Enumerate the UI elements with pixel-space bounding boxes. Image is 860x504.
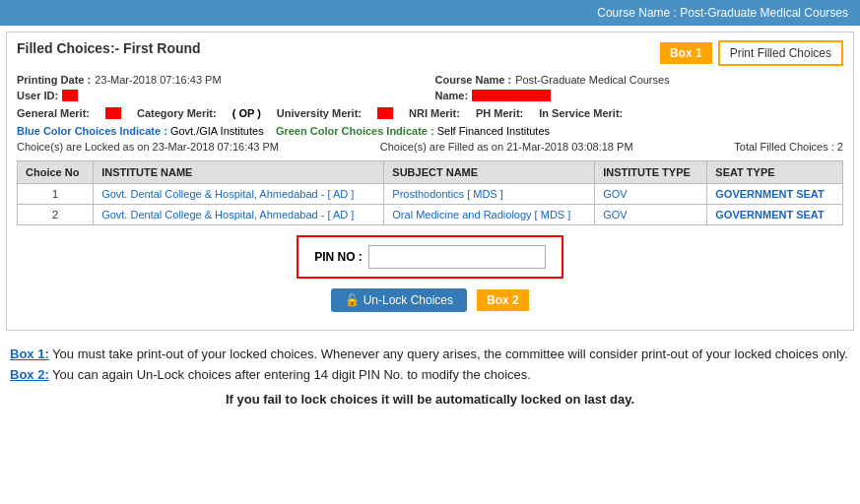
cell-choice-no: 1: [18, 184, 94, 205]
user-id-row: User ID:: [17, 90, 426, 101]
pin-row: PIN NO :: [297, 235, 563, 279]
course-name-value: Post-Graduate Medical Courses: [515, 74, 670, 86]
filled-as-of: Choice(s) are Filled as on 21-Mar-2018 0…: [380, 141, 633, 153]
info-grid: Printing Date : 23-Mar-2018 07:16:43 PM …: [17, 74, 843, 101]
table-row: 2Govt. Dental College & Hospital, Ahmeda…: [18, 205, 843, 225]
blue-legend-value: Govt./GIA Institutes: [170, 125, 264, 137]
cell-subject-name: Oral Medicine and Radiology [ MDS ]: [384, 205, 595, 225]
table-header-row: Choice No INSTITUTE NAME SUBJECT NAME IN…: [18, 161, 843, 184]
name-redacted: [472, 90, 551, 101]
col-subject-name: SUBJECT NAME: [384, 161, 595, 184]
cell-seat-type: GOVERNMENT SEAT: [707, 205, 843, 225]
table-row: 1Govt. Dental College & Hospital, Ahmeda…: [18, 184, 843, 205]
top-bar: Course Name : Post-Graduate Medical Cour…: [0, 0, 860, 26]
in-service-merit-label: In Service Merit:: [539, 107, 623, 119]
blue-legend-label: Blue Color Choices Indicate :: [17, 125, 167, 137]
box1-instruction-text: You must take print-out of your locked c…: [49, 346, 848, 361]
pin-input[interactable]: [368, 245, 546, 269]
legend-row: Blue Color Choices Indicate : Govt./GIA …: [17, 125, 843, 137]
pin-unlock-area: 🔓 Un-Lock Choices Box 2: [331, 288, 528, 312]
filled-choices-title: Filled Choices:- First Round: [17, 40, 201, 56]
printing-date-row: Printing Date : 23-Mar-2018 07:16:43 PM: [17, 74, 426, 86]
university-merit-label: University Merit:: [277, 107, 362, 119]
user-id-redacted: [62, 90, 78, 101]
merit-row: General Merit: Category Merit: ( OP ) Un…: [17, 107, 843, 119]
main-panel: Filled Choices:- First Round Box 1 Print…: [6, 32, 854, 331]
user-id-label: User ID:: [17, 90, 58, 101]
instruction-box1: Box 1: You must take print-out of your l…: [10, 345, 850, 365]
pin-area: PIN NO : 🔓 Un-Lock Choices Box 2: [17, 235, 843, 312]
cell-institute-name: Govt. Dental College & Hospital, Ahmedab…: [94, 205, 384, 225]
box2-instruction-text: You can again Un-Lock choices after ente…: [49, 367, 531, 382]
general-merit-label: General Merit:: [17, 107, 90, 119]
printing-date-label: Printing Date :: [17, 74, 91, 86]
unlock-choices-button[interactable]: 🔓 Un-Lock Choices: [331, 288, 467, 312]
col-institute-type: INSTITUTE TYPE: [595, 161, 707, 184]
box1-ref: Box 1:: [10, 346, 49, 361]
lock-info-row: Choice(s) are Locked as on 23-Mar-2018 0…: [17, 141, 843, 153]
box2-label: Box 2: [477, 289, 529, 311]
ph-merit-label: PH Merit:: [476, 107, 523, 119]
col-institute-name: INSTITUTE NAME: [94, 161, 384, 184]
cell-institute-type: GOV: [595, 184, 707, 205]
printing-date-value: 23-Mar-2018 07:16:43 PM: [95, 74, 221, 86]
box2-ref: Box 2:: [10, 367, 49, 382]
name-label: Name:: [435, 90, 469, 101]
course-name-label-right: Course Name :: [435, 74, 512, 86]
name-row: Name:: [435, 90, 844, 101]
box1-label: Box 1: [660, 42, 712, 64]
course-name-label: Course Name : Post-Graduate Medical Cour…: [597, 6, 848, 20]
print-filled-choices-button[interactable]: Print Filled Choices: [718, 40, 843, 66]
green-legend-value: Self Financed Institutes: [437, 125, 550, 137]
locked-as-of: Choice(s) are Locked as on 23-Mar-2018 0…: [17, 141, 279, 153]
general-merit-redacted: [105, 107, 121, 119]
cell-subject-name: Prosthodontics [ MDS ]: [384, 184, 595, 205]
cell-institute-name: Govt. Dental College & Hospital, Ahmedab…: [94, 184, 384, 205]
green-legend-label: Green Color Choices Indicate :: [276, 125, 434, 137]
course-name-row: Course Name : Post-Graduate Medical Cour…: [435, 74, 844, 86]
cell-institute-type: GOV: [595, 205, 707, 225]
header-row: Filled Choices:- First Round Box 1 Print…: [17, 40, 843, 66]
choices-table: Choice No INSTITUTE NAME SUBJECT NAME IN…: [17, 160, 843, 225]
category-merit-label: Category Merit:: [137, 107, 217, 119]
col-choice-no: Choice No: [18, 161, 94, 184]
pin-label: PIN NO :: [314, 250, 363, 264]
cell-choice-no: 2: [18, 205, 94, 225]
col-seat-type: SEAT TYPE: [707, 161, 843, 184]
instructions: Box 1: You must take print-out of your l…: [0, 337, 860, 417]
university-merit-redacted: [377, 107, 393, 119]
category-merit-value: ( OP ): [232, 107, 261, 119]
final-note: If you fail to lock choices it will be a…: [10, 390, 850, 410]
print-btn-wrapper: Box 1 Print Filled Choices: [660, 40, 843, 66]
total-filled: Total Filled Choices : 2: [734, 141, 843, 153]
instruction-box2: Box 2: You can again Un-Lock choices aft…: [10, 365, 850, 386]
cell-seat-type: GOVERNMENT SEAT: [707, 184, 843, 205]
nri-merit-label: NRI Merit:: [409, 107, 460, 119]
